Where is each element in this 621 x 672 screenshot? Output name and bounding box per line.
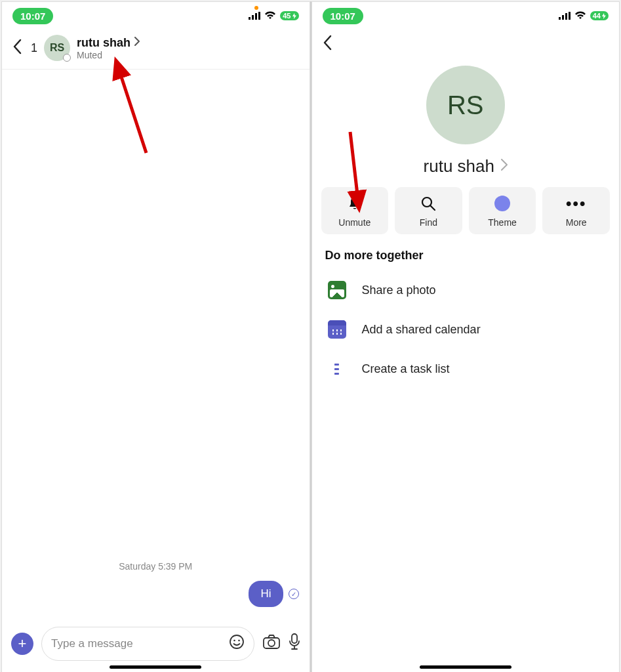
- contact-details-screen: 10:07 44 RS rutu shah: [311, 1, 620, 672]
- camera-icon[interactable]: [262, 634, 281, 654]
- status-time: 10:07: [323, 8, 363, 24]
- avatar[interactable]: RS: [44, 35, 70, 61]
- status-bar: 10:07 45: [2, 2, 310, 30]
- add-button[interactable]: +: [11, 633, 33, 655]
- chat-screen: 10:07 45 1 RS ru: [1, 1, 310, 672]
- wifi-icon: [264, 10, 276, 22]
- svg-point-6: [238, 640, 240, 642]
- status-time: 10:07: [12, 8, 53, 24]
- message-input[interactable]: [51, 637, 222, 650]
- message-input-wrap[interactable]: [41, 627, 254, 661]
- battery-indicator: 44: [590, 11, 609, 20]
- search-icon: [420, 195, 436, 212]
- message-row: Hi ✓: [12, 581, 299, 607]
- signal-icon: [559, 10, 571, 22]
- svg-rect-14: [569, 12, 571, 20]
- theme-icon: [494, 195, 510, 212]
- back-button[interactable]: [10, 39, 24, 58]
- svg-rect-13: [565, 13, 567, 20]
- profile-name: rutu shah: [424, 156, 494, 177]
- calendar-icon: [328, 320, 346, 339]
- svg-rect-11: [559, 17, 561, 20]
- svg-rect-0: [249, 17, 250, 20]
- contact-name: rutu shah: [77, 36, 130, 50]
- chevron-right-icon: [134, 37, 140, 49]
- status-bar: 10:07 44: [312, 2, 620, 30]
- emoji-icon[interactable]: [229, 634, 245, 654]
- svg-point-8: [268, 640, 275, 646]
- photo-icon: [328, 281, 346, 299]
- message-timestamp: Saturday 5:39 PM: [12, 561, 299, 572]
- task-list-option[interactable]: Create a task list: [312, 349, 620, 388]
- compose-bar: +: [2, 620, 310, 672]
- svg-rect-9: [292, 634, 297, 643]
- home-indicator[interactable]: [420, 665, 511, 669]
- section-title: Do more together: [312, 249, 620, 270]
- avatar-large[interactable]: RS: [426, 66, 505, 144]
- unread-count: 1: [31, 41, 37, 55]
- microphone-icon[interactable]: [289, 633, 300, 654]
- muted-label: Muted: [77, 50, 140, 60]
- home-indicator[interactable]: [110, 665, 201, 669]
- back-button[interactable]: [320, 35, 334, 54]
- svg-point-4: [230, 635, 243, 648]
- list-icon: [328, 360, 346, 378]
- chevron-right-icon: [501, 159, 508, 174]
- shared-calendar-option[interactable]: Add a shared calendar: [312, 310, 620, 349]
- svg-rect-12: [562, 15, 564, 20]
- presence-icon: [63, 54, 71, 62]
- svg-point-5: [233, 640, 235, 642]
- unmute-button[interactable]: Unmute: [321, 187, 389, 234]
- theme-button[interactable]: Theme: [469, 187, 536, 234]
- more-icon: •••: [566, 195, 586, 212]
- svg-rect-3: [258, 12, 260, 20]
- svg-rect-2: [255, 13, 257, 20]
- message-bubble[interactable]: Hi: [249, 581, 283, 607]
- signal-icon: [249, 10, 260, 22]
- battery-indicator: 45: [280, 11, 298, 20]
- chat-header: 1 RS rutu shah Muted: [2, 30, 310, 70]
- svg-line-16: [430, 205, 435, 210]
- share-photo-option[interactable]: Share a photo: [312, 270, 620, 310]
- contact-name-block[interactable]: rutu shah Muted: [77, 36, 140, 60]
- find-button[interactable]: Find: [395, 187, 462, 234]
- chat-body[interactable]: Saturday 5:39 PM Hi ✓: [2, 70, 310, 620]
- action-row: Unmute Find Theme ••• More: [312, 187, 620, 249]
- profile-block: RS rutu shah: [312, 59, 620, 187]
- bell-icon: [348, 195, 362, 212]
- recording-indicator-icon: [254, 6, 258, 10]
- wifi-icon: [574, 10, 586, 22]
- profile-name-row[interactable]: rutu shah: [424, 156, 508, 177]
- svg-rect-1: [252, 15, 254, 20]
- details-header: [312, 30, 620, 59]
- read-receipt-icon: ✓: [289, 589, 299, 599]
- more-button[interactable]: ••• More: [542, 187, 610, 234]
